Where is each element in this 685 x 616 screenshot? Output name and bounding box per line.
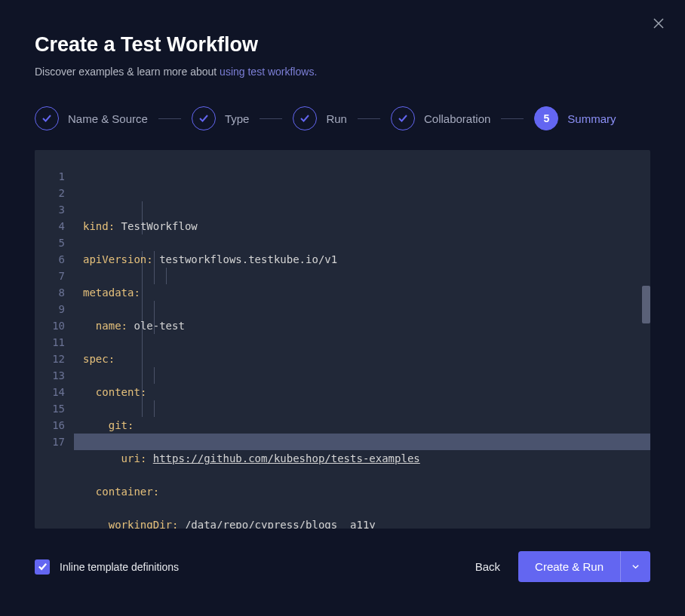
modal-footer: Inline template definitions Back Create …: [35, 551, 650, 582]
docs-link[interactable]: using test workflows.: [220, 66, 317, 78]
code-content[interactable]: kind: TestWorkflow apiVersion: testworkf…: [74, 150, 650, 529]
modal-header: Create a Test Workflow Discover examples…: [35, 33, 650, 78]
checkbox-label: Inline template definitions: [60, 561, 179, 573]
chevron-down-icon: [631, 562, 640, 571]
connector: [501, 118, 524, 119]
step-name-source[interactable]: Name & Source: [35, 106, 148, 130]
step-summary[interactable]: 5 Summary: [534, 106, 616, 130]
connector: [358, 118, 380, 119]
wizard-stepper: Name & Source Type Run Collaboration 5 S…: [35, 106, 650, 130]
step-run[interactable]: Run: [293, 106, 347, 130]
back-button[interactable]: Back: [475, 560, 500, 573]
checkbox-icon[interactable]: [35, 559, 50, 575]
inline-template-checkbox[interactable]: Inline template definitions: [35, 559, 179, 575]
create-workflow-modal: Create a Test Workflow Discover examples…: [0, 0, 685, 616]
modal-title: Create a Test Workflow: [35, 33, 650, 57]
line-gutter: 1 2 3 4 5 6 7 8 9 10 11 12 13 14 15 16 1…: [35, 150, 74, 529]
close-button[interactable]: [653, 17, 664, 32]
yaml-editor[interactable]: 1 2 3 4 5 6 7 8 9 10 11 12 13 14 15 16 1…: [35, 150, 650, 529]
connector: [158, 118, 181, 119]
modal-subtitle: Discover examples & learn more about usi…: [35, 66, 650, 78]
step-collaboration[interactable]: Collaboration: [391, 106, 490, 130]
create-run-dropdown[interactable]: [620, 551, 650, 582]
create-run-button[interactable]: Create & Run: [518, 551, 620, 582]
connector: [260, 118, 282, 119]
step-type[interactable]: Type: [192, 106, 250, 130]
